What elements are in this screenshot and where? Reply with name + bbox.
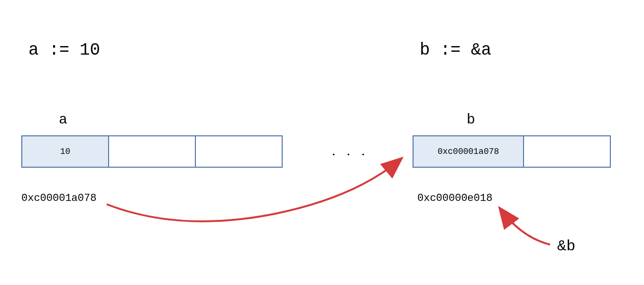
ellipsis: . . . [332, 142, 369, 159]
declaration-b: b := &a [420, 40, 491, 60]
memory-row-a: 10 [21, 135, 283, 168]
arrow-amp-b [500, 209, 550, 245]
memory-cell-empty [108, 135, 196, 168]
pointer-ref-label: &b [557, 238, 575, 255]
memory-cell-b-value: 0xc00001a078 [413, 135, 524, 168]
address-a: 0xc00001a078 [21, 192, 96, 204]
memory-cell-empty [195, 135, 283, 168]
memory-cell-empty [523, 135, 611, 168]
address-b: 0xc00000e018 [417, 192, 492, 204]
var-label-b: b [464, 112, 478, 128]
arrow-a-to-b [107, 159, 401, 221]
memory-row-b: 0xc00001a078 [413, 135, 611, 168]
var-label-a: a [56, 112, 70, 128]
declaration-a: a := 10 [28, 40, 100, 60]
memory-cell-a-value: 10 [21, 135, 109, 168]
